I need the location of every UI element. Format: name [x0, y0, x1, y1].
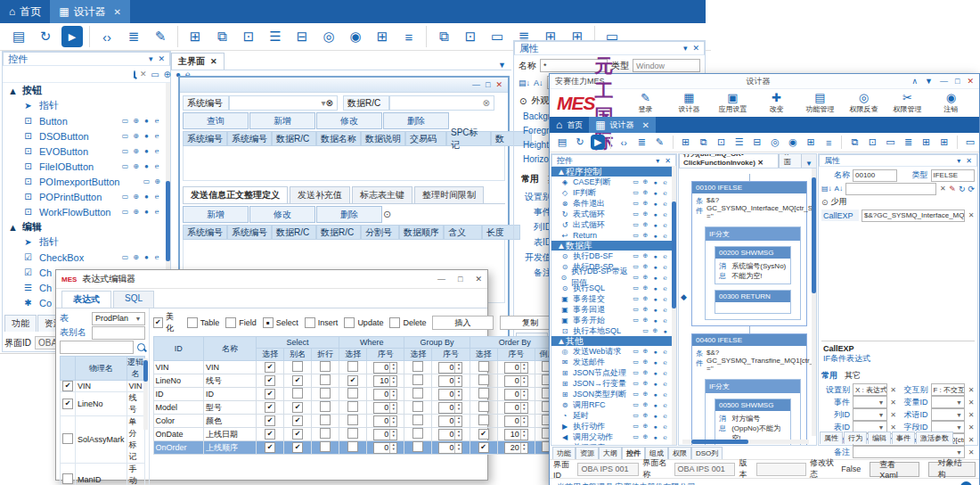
- spinner-arrows[interactable]: ▲▼: [454, 443, 461, 453]
- number-spinner[interactable]: 0▲▼: [373, 402, 397, 414]
- table-select[interactable]: ProdPlan▼: [92, 312, 145, 325]
- note-input[interactable]: ▼: [853, 446, 965, 458]
- option-Field[interactable]: Field: [225, 317, 257, 328]
- apple-icon[interactable]: ●: [651, 412, 659, 419]
- edge-icon[interactable]: ℮: [661, 412, 669, 419]
- checkbox[interactable]: [389, 317, 400, 328]
- edge-icon[interactable]: ℮: [661, 433, 669, 440]
- checkbox[interactable]: [412, 401, 423, 412]
- list-config-icon[interactable]: ☰: [732, 135, 747, 150]
- number-spinner[interactable]: 0▲▼: [504, 389, 528, 400]
- apple-icon[interactable]: ●: [651, 295, 659, 302]
- control-item-延时[interactable]: ◔延时▭⊕●℮: [551, 410, 676, 421]
- number-spinner[interactable]: 10▲▼: [504, 429, 528, 440]
- android-icon[interactable]: ⊕: [641, 178, 649, 185]
- block-00300 RETURN[interactable]: 00300 RETURN: [715, 290, 791, 314]
- apple-icon[interactable]: ●: [651, 348, 659, 355]
- edge-icon[interactable]: ℮: [661, 295, 669, 302]
- tree-section-编辑[interactable]: ▲编辑: [3, 219, 170, 234]
- surface-name-value[interactable]: OBA IPS 001: [674, 463, 736, 476]
- sub-tab-整理时间限制[interactable]: 整理时间限制: [414, 186, 484, 203]
- panel-tab-资源[interactable]: 资源: [576, 447, 599, 459]
- clear-icon[interactable]: ✕: [968, 423, 975, 432]
- folder-icon[interactable]: ▭: [486, 26, 508, 47]
- control-item-指针[interactable]: ➤指针: [3, 234, 170, 250]
- control-item-出式循环[interactable]: ↺出式循环▭⊕●℮: [551, 219, 676, 230]
- checkbox[interactable]: [347, 401, 358, 412]
- apple-icon[interactable]: ●: [651, 358, 659, 366]
- tab-main-surface[interactable]: 主界面✕: [171, 53, 225, 70]
- refresh-icon[interactable]: ↻: [959, 185, 966, 193]
- monitor-icon[interactable]: ▭: [632, 189, 640, 196]
- android-icon[interactable]: ⊕: [641, 316, 649, 324]
- surface-id-value[interactable]: OBA IPS 001: [577, 463, 639, 476]
- spinner-arrows[interactable]: ▲▼: [389, 416, 396, 426]
- h-scrollbar[interactable]: [682, 440, 809, 444]
- monitor-icon[interactable]: ▭: [121, 117, 129, 125]
- scrollbar-thumb[interactable]: [143, 360, 148, 382]
- clear-icon[interactable]: ✕: [968, 411, 975, 419]
- checkbox[interactable]: [347, 441, 358, 452]
- android-icon[interactable]: ⊕: [641, 232, 649, 239]
- datarc-input[interactable]: ⊗: [389, 95, 494, 111]
- collapse-icon[interactable]: ∧: [912, 77, 919, 86]
- edge-icon[interactable]: ℮: [661, 232, 669, 239]
- tab-常用[interactable]: 常用: [821, 370, 837, 382]
- apple-icon[interactable]: ●: [651, 369, 659, 376]
- edge-icon[interactable]: ℮: [661, 252, 669, 259]
- apple-icon[interactable]: ●: [651, 284, 659, 292]
- rare-section[interactable]: ⊙少用: [821, 195, 975, 209]
- collapse-arrow-icon[interactable]: ▲: [557, 167, 566, 177]
- clear-icon[interactable]: ✕: [939, 185, 946, 193]
- number-spinner[interactable]: 0▲▼: [504, 415, 528, 427]
- checkbox[interactable]: [412, 415, 423, 425]
- canvas-tab[interactable]: 行为(btn_MQ_OK-ClickFunctionInvoke) ✕: [679, 153, 779, 168]
- checkbox[interactable]: [320, 415, 331, 425]
- help-icon[interactable]: ?: [960, 481, 972, 485]
- code-icon[interactable]: ‹›: [617, 135, 631, 150]
- number-spinner[interactable]: 0▲▼: [504, 402, 528, 414]
- apple-icon[interactable]: ●: [651, 263, 659, 270]
- android-icon[interactable]: ⊕: [132, 132, 140, 140]
- android-icon[interactable]: ⊕: [153, 177, 161, 185]
- table-icon[interactable]: ⊞: [372, 26, 393, 47]
- checkbox[interactable]: [263, 317, 274, 328]
- grid2-icon[interactable]: ⊞: [937, 135, 951, 150]
- button-删除[interactable]: 删除: [383, 112, 449, 129]
- close-icon[interactable]: ✕: [475, 275, 482, 284]
- checkbox[interactable]: [62, 473, 73, 484]
- tree-section-按钮[interactable]: ▲按钮: [3, 83, 170, 98]
- button-修改[interactable]: 修改: [249, 206, 315, 223]
- button-icon[interactable]: ⊡: [865, 135, 879, 150]
- collapse-arrow-icon[interactable]: ▲: [557, 241, 566, 251]
- apple-icon[interactable]: ●: [143, 253, 151, 261]
- checkbox[interactable]: [305, 317, 315, 328]
- grid-icon[interactable]: ⊞: [919, 135, 934, 150]
- checkbox[interactable]: [265, 415, 275, 426]
- monitor-icon[interactable]: ▭: [632, 390, 640, 398]
- button-icon[interactable]: ⊡: [460, 26, 481, 47]
- monitor-icon[interactable]: ▭: [632, 252, 640, 259]
- edge-icon[interactable]: ℮: [153, 162, 161, 170]
- spinner-arrows[interactable]: ▲▼: [454, 430, 461, 440]
- tab-常用[interactable]: 常用: [521, 173, 539, 185]
- edge-icon[interactable]: ℮: [661, 348, 669, 355]
- edge-icon[interactable]: ℮: [661, 263, 669, 270]
- spinner-arrows[interactable]: ▲▼: [520, 430, 527, 440]
- tab-首页[interactable]: ⌂首页: [550, 117, 589, 133]
- section-其他[interactable]: ▲ 其他: [551, 336, 676, 346]
- edge-icon[interactable]: ℮: [661, 316, 669, 324]
- panel-tab-功能[interactable]: 功能: [4, 315, 37, 332]
- control-item-POImexportButton[interactable]: ⊡POImexportButton▭⊕: [3, 174, 170, 189]
- collapse-arrow-icon[interactable]: ▲: [8, 86, 18, 96]
- chevron-down-icon[interactable]: ▼: [878, 412, 885, 418]
- apple-icon[interactable]: ●: [651, 423, 659, 430]
- apple-icon[interactable]: ●: [651, 401, 659, 408]
- spinner-arrows[interactable]: ▲▼: [454, 390, 461, 399]
- number-spinner[interactable]: 0▲▼: [373, 389, 397, 400]
- message-icon[interactable]: ⊟: [291, 26, 313, 47]
- edge-icon[interactable]: ℮: [661, 423, 669, 430]
- android-icon[interactable]: ⊕: [641, 348, 649, 355]
- number-spinner[interactable]: 0▲▼: [438, 415, 462, 427]
- ribbon-功能管理[interactable]: ▤功能管理: [799, 92, 841, 114]
